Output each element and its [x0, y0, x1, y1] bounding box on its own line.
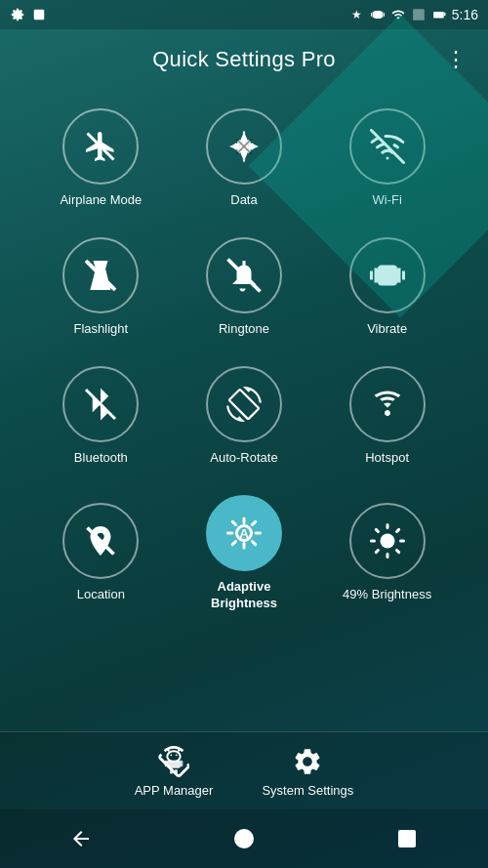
status-bar: ★ 5:16 [0, 0, 488, 29]
data-label: Data [230, 192, 257, 209]
grid-row-2: Flashlight Ringtone Vibrate [29, 226, 459, 350]
svg-rect-25 [175, 769, 178, 774]
bluetooth-tile[interactable]: Bluetooth [37, 354, 164, 478]
wifi-tile[interactable]: Wi-Fi [324, 97, 451, 221]
adaptive-brightness-label: Adaptive Brightness [185, 579, 303, 612]
wifi-circle [349, 108, 426, 185]
brightness-icon [370, 523, 405, 558]
back-button[interactable] [57, 819, 105, 858]
adaptive-brightness-circle: A [206, 495, 282, 571]
auto-rotate-icon [226, 387, 262, 422]
flashlight-label: Flashlight [74, 321, 129, 338]
vibrate-icon [370, 258, 405, 293]
svg-rect-23 [180, 761, 183, 767]
svg-rect-24 [170, 769, 173, 774]
settings-status-icon [10, 7, 25, 22]
data-icon [226, 129, 262, 164]
quick-settings-grid: Airplane Mode Data [0, 87, 488, 731]
page-title: Quick Settings Pro [152, 47, 336, 72]
auto-rotate-circle [206, 366, 282, 442]
system-settings-label: System Settings [262, 783, 353, 798]
app-manager-button[interactable]: APP Manager [135, 744, 214, 798]
svg-point-16 [167, 751, 180, 762]
status-left-icons [10, 7, 47, 22]
recents-button[interactable] [383, 819, 431, 858]
menu-button[interactable]: ⋮ [445, 49, 468, 70]
svg-point-15 [380, 534, 394, 549]
star-icon: ★ [349, 7, 365, 22]
system-settings-button[interactable]: System Settings [262, 744, 353, 798]
flashlight-tile[interactable]: Flashlight [37, 226, 164, 350]
svg-point-26 [235, 830, 253, 847]
airplane-mode-circle [62, 108, 139, 185]
brightness-circle [349, 503, 426, 579]
wifi-off-icon [370, 129, 405, 164]
svg-rect-21 [167, 761, 180, 768]
auto-rotate-tile[interactable]: Auto-Rotate [181, 354, 307, 478]
vibrate-circle [349, 237, 426, 313]
location-tile[interactable]: Location [37, 491, 164, 615]
location-icon [83, 523, 118, 558]
system-settings-icon [290, 744, 325, 779]
data-tile[interactable]: Data [181, 97, 307, 221]
vibrate-tile[interactable]: Vibrate [324, 226, 451, 350]
ringtone-circle [206, 237, 282, 313]
svg-point-17 [170, 754, 172, 756]
flashlight-circle [62, 237, 139, 313]
bluetooth-icon [83, 387, 118, 422]
adaptive-brightness-tile[interactable]: A Adaptive Brightness [181, 483, 307, 624]
home-button[interactable] [220, 819, 268, 858]
svg-rect-8 [95, 261, 106, 267]
svg-rect-22 [165, 761, 168, 767]
airplane-mode-icon [83, 129, 118, 164]
svg-point-2 [36, 12, 38, 14]
signal-icon [390, 7, 406, 22]
airplane-mode-tile[interactable]: Airplane Mode [37, 97, 164, 221]
header: Quick Settings Pro ⋮ [0, 29, 488, 87]
grid-row-4: Location A Adaptive Brightness 49% Brigh… [29, 483, 459, 624]
hotspot-icon [370, 387, 405, 422]
image-status-icon [31, 7, 47, 22]
wifi-label: Wi-Fi [372, 192, 401, 209]
auto-rotate-label: Auto-Rotate [210, 450, 277, 467]
app-manager-label: APP Manager [135, 783, 214, 798]
location-label: Location [77, 587, 125, 603]
grid-row-1: Airplane Mode Data [29, 97, 459, 221]
brightness-49-label: 49% Brightness [343, 587, 431, 603]
data-circle [206, 108, 282, 185]
ringtone-icon [226, 258, 262, 293]
hotspot-label: Hotspot [365, 450, 409, 467]
bottom-bar: APP Manager System Settings [0, 731, 488, 809]
svg-rect-3 [413, 9, 425, 21]
bluetooth-label: Bluetooth [74, 450, 128, 467]
grid-row-3: Bluetooth Auto-Rotate Hotspot [29, 354, 459, 478]
ringtone-label: Ringtone [219, 321, 269, 338]
svg-text:A: A [239, 525, 249, 540]
vibrate-icon [370, 7, 386, 22]
svg-point-18 [176, 754, 178, 756]
app-manager-icon [156, 744, 191, 779]
ringtone-tile[interactable]: Ringtone [181, 226, 307, 350]
flashlight-icon [83, 258, 118, 293]
hotspot-tile[interactable]: Hotspot [324, 354, 451, 478]
battery-icon [431, 7, 447, 22]
airplane-mode-label: Airplane Mode [60, 192, 142, 209]
status-right-icons: ★ 5:16 [349, 7, 478, 22]
svg-rect-5 [434, 13, 441, 17]
sim-icon [411, 7, 427, 22]
brightness-tile[interactable]: 49% Brightness [324, 491, 451, 615]
svg-rect-27 [399, 831, 415, 847]
vibrate-label: Vibrate [367, 321, 407, 338]
hotspot-circle [349, 366, 426, 442]
time-display: 5:16 [452, 7, 478, 22]
adaptive-brightness-icon: A [226, 516, 262, 551]
location-circle [62, 503, 139, 579]
nav-bar [0, 809, 488, 868]
bluetooth-circle [62, 366, 139, 442]
